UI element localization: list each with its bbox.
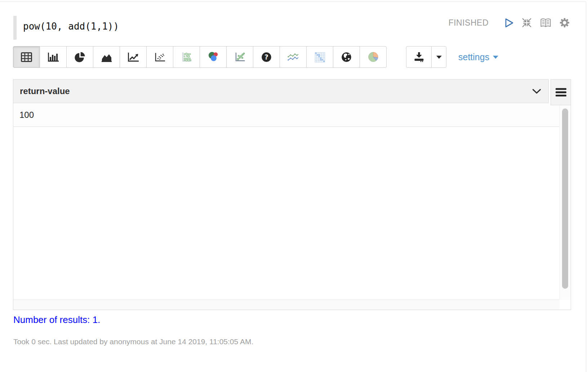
zeppelin-paragraph: pow(10, add(1,1)) FINISHED — [0, 0, 588, 372]
book-icon — [540, 18, 552, 28]
download-button[interactable] — [406, 46, 432, 68]
result-table: return-value 100 — [13, 79, 571, 310]
paragraph-footer: Took 0 sec. Last updated by anonymous at… — [13, 337, 253, 346]
viz-button-multi-line-chart[interactable] — [280, 46, 307, 68]
heatmap-matrix-icon — [315, 52, 325, 62]
area-chart-icon — [101, 52, 112, 62]
column-header-label: return-value — [20, 86, 70, 96]
settings-label: settings — [458, 52, 489, 62]
collapse-button[interactable] — [521, 17, 532, 28]
column-header-return-value[interactable]: return-value — [13, 79, 549, 103]
viz-button-area-chart[interactable] — [93, 46, 120, 68]
svg-text:?: ? — [264, 53, 268, 61]
pie-chart-icon — [75, 52, 85, 62]
viz-toolbar: ? — [13, 46, 387, 68]
download-caret-button[interactable] — [431, 46, 446, 68]
status-badge: FINISHED — [449, 18, 489, 28]
viz-button-globe-map[interactable] — [333, 46, 360, 68]
viz-button-line-chart[interactable] — [120, 46, 147, 68]
multi-line-chart-icon — [287, 52, 299, 62]
help-icon: ? — [261, 52, 272, 62]
table-menu-button[interactable] — [551, 79, 571, 105]
dot-matrix-icon — [181, 52, 192, 62]
viz-button-help[interactable]: ? — [253, 46, 280, 68]
viz-button-dot-matrix[interactable] — [173, 46, 200, 68]
settings-caret-icon — [493, 55, 499, 59]
collapse-icon — [521, 17, 532, 28]
code-editor[interactable]: pow(10, add(1,1)) — [13, 16, 119, 40]
results-summary: Number of results: 1. — [13, 314, 100, 326]
chevron-down-icon — [532, 89, 541, 94]
table-cell: 100 — [19, 110, 34, 120]
viz-button-bar-chart[interactable] — [40, 46, 67, 68]
viz-button-scatter-chart[interactable] — [146, 46, 173, 68]
bubble-chart-icon — [235, 52, 245, 62]
line-chart-icon — [128, 52, 139, 62]
download-icon — [414, 52, 424, 62]
venn-diagram-icon — [208, 52, 219, 62]
viz-button-venn-diagram[interactable] — [200, 46, 227, 68]
viz-button-pastel-pie-chart[interactable] — [360, 46, 387, 68]
code-line[interactable]: pow(10, add(1,1)) — [17, 16, 119, 40]
table-icon — [21, 52, 32, 62]
download-group — [406, 46, 446, 68]
viz-button-heatmap-matrix[interactable] — [306, 46, 333, 68]
bar-chart-icon — [48, 52, 59, 62]
gear-icon — [559, 17, 570, 28]
settings-link[interactable]: settings — [458, 46, 499, 68]
horizontal-scrollbar[interactable] — [13, 300, 560, 310]
run-button[interactable] — [505, 18, 514, 28]
gear-button[interactable] — [559, 17, 570, 28]
vertical-scrollbar-thumb[interactable] — [562, 108, 568, 289]
run-icon — [505, 18, 514, 28]
paragraph-controls: FINISHED — [449, 16, 570, 30]
hamburger-icon — [556, 88, 566, 97]
column-chevron-control[interactable] — [532, 89, 541, 94]
vertical-scrollbar[interactable] — [559, 106, 571, 300]
editor-gutter — [13, 16, 17, 40]
viz-button-bubble-chart[interactable] — [226, 46, 253, 68]
table-row: 100 — [13, 103, 560, 127]
pastel-pie-chart-icon — [368, 52, 379, 62]
globe-icon — [341, 52, 352, 62]
table-body: 100 — [13, 103, 571, 310]
viz-button-table[interactable] — [13, 46, 40, 68]
book-button[interactable] — [540, 18, 552, 28]
caret-down-icon — [436, 55, 442, 59]
viz-button-pie-chart[interactable] — [66, 46, 93, 68]
scatter-chart-icon — [155, 52, 165, 62]
